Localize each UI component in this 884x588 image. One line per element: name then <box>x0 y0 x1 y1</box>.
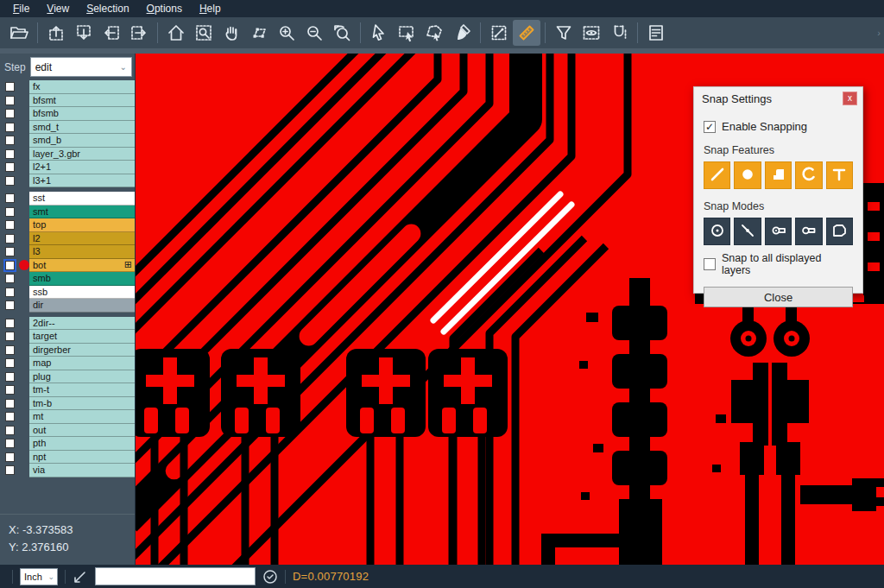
layer-name[interactable]: plug <box>29 370 135 384</box>
layer-name[interactable]: bot⊞ <box>29 259 135 273</box>
layer-row-l2+1[interactable]: l2+1 <box>0 161 135 174</box>
ruler-button[interactable] <box>513 20 540 46</box>
layer-visibility-checkbox[interactable] <box>5 319 15 328</box>
layer-name[interactable]: via <box>29 464 135 477</box>
select-arrow-button[interactable] <box>365 20 393 46</box>
menu-selection[interactable]: Selection <box>79 1 136 16</box>
layer-name[interactable]: out <box>29 424 135 438</box>
menu-file[interactable]: File <box>5 1 37 16</box>
select-poly-button[interactable] <box>420 20 448 46</box>
layer-name[interactable]: top <box>29 218 135 232</box>
layer-row-dir[interactable]: dir <box>0 299 135 313</box>
zoom-previous-button[interactable] <box>328 20 356 46</box>
layer-row-layer_3.gbr[interactable]: layer_3.gbr <box>0 148 135 161</box>
layer-row-sst[interactable]: sst <box>0 192 135 205</box>
layer-row-target[interactable]: target <box>0 330 135 344</box>
layer-visibility-checkbox[interactable] <box>5 288 15 297</box>
layer-visibility-checkbox[interactable] <box>5 247 15 256</box>
snap-all-layers-row[interactable]: Snap to all displayed layers <box>704 252 853 276</box>
snap-mode-nearest-button[interactable] <box>734 218 761 245</box>
layer-name[interactable]: l3+1 <box>29 174 135 188</box>
layer-name[interactable]: pth <box>29 437 135 451</box>
layer-name[interactable]: smb <box>29 272 135 286</box>
layer-visibility-checkbox[interactable] <box>5 274 15 283</box>
snap-feature-surface-button[interactable] <box>765 161 792 189</box>
layer-visibility-checkbox[interactable] <box>5 372 15 382</box>
layer-visibility-checkbox[interactable] <box>5 162 15 172</box>
layer-name[interactable]: l3 <box>29 245 135 259</box>
layer-name[interactable]: fx <box>29 80 135 94</box>
step-select[interactable]: edit ⌄ <box>30 57 132 77</box>
layer-name[interactable]: bfsmt <box>29 94 135 108</box>
layer-row-mt[interactable]: mt <box>0 410 135 424</box>
layer-row-ssb[interactable]: ssb <box>0 286 135 300</box>
layer-visibility-checkbox[interactable] <box>5 176 15 186</box>
layer-name[interactable]: npt <box>29 451 135 465</box>
layer-visibility-checkbox[interactable] <box>5 300 15 310</box>
snap-mode-slot-open-button[interactable] <box>795 218 822 245</box>
layer-visibility-checkbox[interactable] <box>5 332 15 341</box>
menu-options[interactable]: Options <box>139 1 190 16</box>
snap-feature-line-button[interactable] <box>704 161 730 189</box>
snap-mode-slot-button[interactable] <box>765 218 792 245</box>
layer-visibility-checkbox[interactable] <box>5 220 15 230</box>
layer-name[interactable]: tm-t <box>29 383 135 397</box>
layer-row-smd_b[interactable]: smd_b <box>0 134 135 148</box>
dialog-close-button[interactable]: Close <box>704 287 853 307</box>
layer-name[interactable]: sst <box>29 192 135 205</box>
layer-visibility-checkbox[interactable] <box>5 399 15 408</box>
layer-name[interactable]: mt <box>29 410 135 424</box>
snap-feature-arc-button[interactable] <box>795 161 822 189</box>
layer-visibility-checkbox[interactable] <box>5 412 15 421</box>
layer-visibility-checkbox[interactable] <box>5 439 15 448</box>
layer-name[interactable]: l2 <box>29 232 135 246</box>
layer-row-pth[interactable]: pth <box>0 437 135 451</box>
layer-name[interactable]: bfsmb <box>29 107 135 121</box>
layer-name[interactable]: smd_t <box>29 121 135 135</box>
enable-snapping-checkbox[interactable]: ✓ <box>704 121 716 133</box>
zoom-object-button[interactable] <box>245 20 273 46</box>
unit-select[interactable]: Inch ⌄ <box>20 568 58 585</box>
layer-visibility-checkbox[interactable] <box>5 358 15 368</box>
snap-all-layers-checkbox[interactable] <box>704 258 716 270</box>
layer-name[interactable]: smt <box>29 205 135 219</box>
enable-snapping-row[interactable]: ✓ Enable Snapping <box>704 120 853 133</box>
snap-magnet-button[interactable] <box>605 20 633 46</box>
layer-visibility-checkbox[interactable] <box>5 136 15 145</box>
layer-visibility-checkbox[interactable] <box>5 109 15 118</box>
layer-row-l2[interactable]: l2 <box>0 232 135 246</box>
dialog-titlebar[interactable]: Snap Settings x <box>694 87 862 110</box>
layer-visibility-checkbox[interactable] <box>5 465 15 475</box>
layer-visibility-checkbox[interactable] <box>5 385 15 395</box>
menu-view[interactable]: View <box>39 1 77 16</box>
pan-right-button[interactable] <box>125 20 153 46</box>
menu-help[interactable]: Help <box>192 1 229 16</box>
layer-row-fx[interactable]: fx <box>0 80 135 94</box>
layer-row-tm-b[interactable]: tm-b <box>0 397 135 411</box>
command-input[interactable] <box>95 567 256 585</box>
layer-visibility-checkbox[interactable] <box>5 193 15 203</box>
view-eye-button[interactable] <box>578 20 605 46</box>
layer-row-smt[interactable]: smt <box>0 205 135 219</box>
brush-button[interactable] <box>448 20 476 46</box>
layer-row-2dir--[interactable]: 2dir-- <box>0 317 135 331</box>
pan-down-button[interactable] <box>70 20 98 46</box>
layer-row-l3[interactable]: l3 <box>0 245 135 259</box>
layer-visibility-checkbox[interactable] <box>5 452 15 462</box>
layer-row-l3+1[interactable]: l3+1 <box>0 174 135 188</box>
filter-button[interactable] <box>550 20 578 46</box>
layer-visibility-checkbox[interactable] <box>5 426 15 435</box>
measure-line-button[interactable] <box>485 20 513 46</box>
layer-visibility-checkbox[interactable] <box>5 123 15 132</box>
layer-visibility-checkbox[interactable] <box>5 345 15 355</box>
layer-row-bfsmb[interactable]: bfsmb <box>0 107 135 121</box>
snap-feature-pad-button[interactable] <box>734 161 761 189</box>
zoom-in-button[interactable] <box>273 20 300 46</box>
layer-row-top[interactable]: top <box>0 218 135 232</box>
layer-name[interactable]: ssb <box>29 286 135 300</box>
layer-visibility-checkbox[interactable] <box>5 261 15 270</box>
layer-row-tm-t[interactable]: tm-t <box>0 383 135 397</box>
layer-row-smb[interactable]: smb <box>0 272 135 286</box>
layer-name[interactable]: 2dir-- <box>29 317 135 331</box>
snap-mode-contour-button[interactable] <box>826 218 853 245</box>
